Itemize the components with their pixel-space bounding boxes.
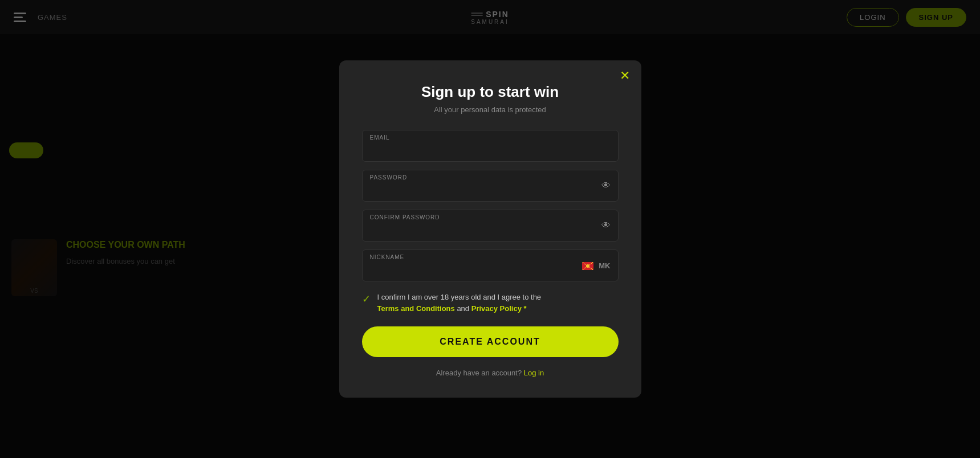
terms-conditions-link[interactable]: Terms and Conditions	[377, 304, 455, 313]
confirm-password-field-wrapper: CONFIRM PASSWORD 👁	[362, 210, 619, 242]
flag-mk-icon	[582, 260, 593, 271]
terms-text: I confirm I am over 18 years old and I a…	[377, 292, 542, 314]
modal-title: Sign up to start win	[362, 83, 619, 101]
confirm-password-eye-icon[interactable]: 👁	[601, 220, 611, 231]
signup-modal: ✕ Sign up to start win All your personal…	[339, 60, 641, 398]
password-input[interactable]	[362, 170, 619, 202]
terms-row: ✓ I confirm I am over 18 years old and I…	[362, 292, 619, 314]
email-input[interactable]	[362, 130, 619, 162]
create-account-button[interactable]: CREATE ACCOUNT	[362, 326, 619, 357]
country-code: MK	[599, 261, 610, 270]
nickname-field-wrapper: NICKNAME MK	[362, 250, 619, 281]
close-button[interactable]: ✕	[620, 69, 630, 82]
terms-checkmark-icon[interactable]: ✓	[362, 293, 371, 305]
login-link[interactable]: Log in	[524, 369, 544, 377]
modal-subtitle: All your personal data is protected	[362, 105, 619, 114]
nickname-input[interactable]	[362, 250, 619, 281]
email-field-wrapper: EMAIL	[362, 130, 619, 162]
confirm-password-input[interactable]	[362, 210, 619, 242]
already-account-text: Already have an account? Log in	[362, 369, 619, 377]
password-field-wrapper: PASSWORD 👁	[362, 170, 619, 202]
password-eye-icon[interactable]: 👁	[601, 181, 611, 191]
privacy-policy-link[interactable]: Privacy Policy *	[471, 304, 527, 313]
